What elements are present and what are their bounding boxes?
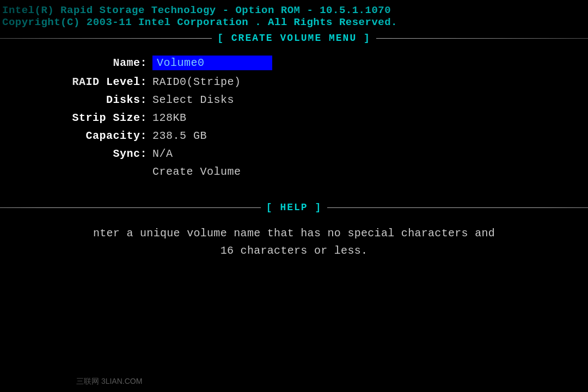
- name-value[interactable]: Volume0: [152, 56, 272, 70]
- create-volume-button[interactable]: Create Volume: [152, 166, 241, 178]
- capacity-label: Capacity:: [0, 130, 152, 142]
- help-text-line1: nter a unique volume name that has no sp…: [0, 225, 588, 242]
- divider-left: [0, 38, 212, 39]
- raid-level-label: RAID Level:: [0, 76, 152, 88]
- strip-size-value[interactable]: 128KB: [152, 112, 187, 124]
- help-title: [ HELP ]: [261, 202, 327, 213]
- raid-level-row: RAID Level: RAID0(Stripe): [0, 76, 588, 88]
- capacity-row: Capacity: 238.5 GB: [0, 130, 588, 142]
- sync-label: Sync:: [0, 148, 152, 160]
- disks-value[interactable]: Select Disks: [152, 94, 234, 106]
- disks-label: Disks:: [0, 94, 152, 106]
- strip-size-label: Strip Size:: [0, 112, 152, 124]
- raid-level-value[interactable]: RAID0(Stripe): [152, 76, 241, 88]
- help-text-line2: 16 characters or less.: [0, 242, 588, 260]
- create-volume-menu: Name: Volume0 RAID Level: RAID0(Stripe) …: [0, 46, 588, 193]
- capacity-value[interactable]: 238.5 GB: [152, 130, 207, 142]
- name-row: Name: Volume0: [0, 56, 588, 70]
- create-volume-row[interactable]: Create Volume: [0, 166, 588, 178]
- name-label: Name:: [0, 57, 152, 69]
- header-line2: Copyright(C) 2003-11 Intel Corporation .…: [0, 16, 588, 28]
- disks-row: Disks: Select Disks: [0, 94, 588, 106]
- create-volume-title: [ CREATE VOLUME MENU ]: [212, 33, 376, 44]
- divider-right: [376, 38, 588, 39]
- sync-value: N/A: [152, 148, 173, 160]
- watermark: 三联网 3LIAN.COM: [76, 377, 142, 387]
- header-line1: Intel(R) Rapid Storage Technology - Opti…: [0, 4, 588, 16]
- help-divider-left: [0, 207, 261, 208]
- help-title-bar: [ HELP ]: [0, 202, 588, 213]
- help-body: nter a unique volume name that has no sp…: [0, 214, 588, 265]
- sync-row: Sync: N/A: [0, 148, 588, 160]
- bios-screen: Intel(R) Rapid Storage Technology - Opti…: [0, 0, 588, 392]
- create-volume-title-bar: [ CREATE VOLUME MENU ]: [0, 33, 588, 44]
- header-section: Intel(R) Rapid Storage Technology - Opti…: [0, 0, 588, 32]
- strip-size-row: Strip Size: 128KB: [0, 112, 588, 124]
- help-divider-right: [327, 207, 588, 208]
